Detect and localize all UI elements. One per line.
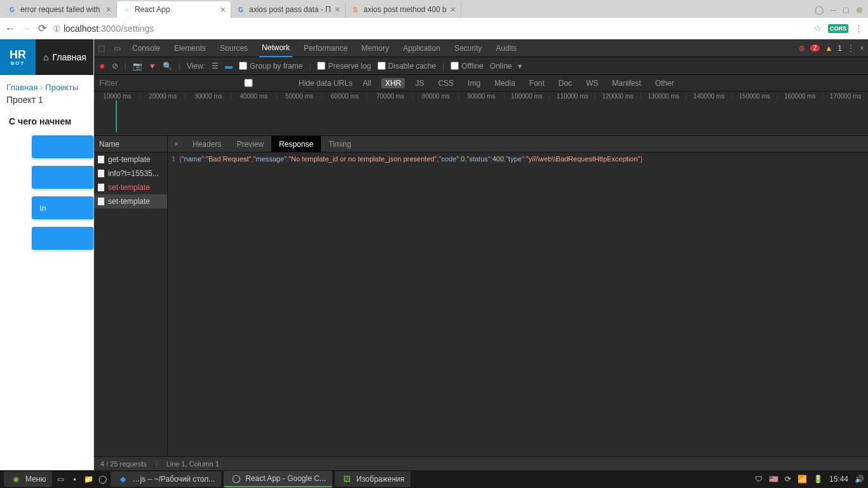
close-icon[interactable]: × [106, 4, 111, 15]
filter-font[interactable]: Font [526, 78, 548, 88]
detail-tab-headers[interactable]: Headers [185, 136, 229, 152]
devtools-tab-console[interactable]: Console [130, 40, 163, 57]
filter-ws[interactable]: WS [582, 78, 602, 88]
back-button[interactable]: ← [5, 23, 15, 34]
tray-flag-icon[interactable]: 🇺🇸 [769, 475, 778, 484]
devtools-tab-elements[interactable]: Elements [172, 40, 208, 57]
start-menu-button[interactable]: ◉ Меню [4, 471, 52, 487]
search-icon[interactable]: 🔍 [163, 62, 172, 71]
window-maximize-icon[interactable]: ◻ [843, 5, 850, 15]
filter-doc[interactable]: Doc [555, 78, 576, 88]
browser-tab[interactable]: G error request failed with × [3, 1, 117, 18]
record-button[interactable]: ● [99, 60, 105, 72]
filter-other[interactable]: Other [651, 78, 678, 88]
user-icon[interactable]: ◯ [815, 5, 824, 15]
tray-clock[interactable]: 15:44 [829, 475, 848, 484]
camera-icon[interactable]: 📷 [133, 62, 142, 71]
filter-manifest[interactable]: Manifest [609, 78, 645, 88]
filter-input[interactable] [99, 78, 194, 88]
network-timeline[interactable]: 10000 ms 20000 ms 30000 ms 40000 ms 5000… [94, 92, 868, 136]
group-by-frame-checkbox[interactable]: Group by frame [239, 62, 302, 71]
filter-icon[interactable]: ▼ [149, 62, 156, 71]
devtools-tab-audits[interactable]: Audits [493, 40, 519, 57]
chevron-down-icon: ▾ [518, 62, 522, 71]
filter-js[interactable]: JS [411, 78, 428, 88]
devtools-tab-security[interactable]: Security [452, 40, 484, 57]
offline-checkbox[interactable]: Offline [451, 62, 483, 71]
clear-button[interactable]: ⊘ [112, 62, 118, 71]
tray-wifi-icon[interactable]: 📶 [797, 475, 807, 484]
star-icon[interactable]: ☆ [814, 24, 822, 33]
taskbar-window[interactable]: ◯ React App - Google C... [224, 471, 332, 487]
close-icon[interactable]: × [335, 4, 340, 15]
devtools-tab-performance[interactable]: Performance [301, 40, 350, 57]
close-icon[interactable]: × [451, 4, 456, 15]
app-sidebar: HR BOT ⌂ Главная Главная › Проекты Проек… [0, 39, 94, 470]
filter-xhr[interactable]: XHR [381, 78, 405, 88]
tray-shield-icon[interactable]: 🛡 [755, 475, 763, 484]
hide-data-urls-checkbox[interactable]: Hide data URLs [201, 79, 353, 88]
detail-tab-preview[interactable]: Preview [229, 136, 271, 152]
detail-tab-timing[interactable]: Timing [321, 136, 359, 152]
request-row[interactable]: set-template [94, 194, 167, 208]
detail-tab-response[interactable]: Response [271, 136, 321, 152]
show-desktop-icon[interactable]: ▭ [55, 473, 66, 485]
devtools-close-icon[interactable]: × [860, 44, 864, 53]
request-list-header[interactable]: Name [94, 136, 167, 152]
request-row[interactable]: info?t=15535... [94, 166, 167, 180]
tray-volume-icon[interactable]: 🔊 [855, 475, 864, 484]
devtools-menu-icon[interactable]: ⋮ [847, 44, 855, 53]
browser-tab[interactable]: S axios post method 400 b × [346, 1, 461, 18]
breadcrumb-link[interactable]: Проекты [45, 83, 78, 92]
tray-battery-icon[interactable]: 🔋 [813, 475, 823, 484]
request-row[interactable]: set-template [94, 180, 167, 194]
inspect-element-icon[interactable]: ⬚ [98, 44, 105, 53]
filter-img[interactable]: Img [464, 78, 484, 88]
taskbar-window[interactable]: 🖼 Изображения [335, 471, 410, 487]
warning-icon[interactable]: ▲ [825, 44, 832, 53]
sidebar-button[interactable]: In [32, 196, 93, 219]
filter-all[interactable]: All [359, 78, 375, 88]
devtools-tab-network[interactable]: Network [259, 39, 292, 57]
devtools-tab-application[interactable]: Application [400, 40, 443, 57]
tray-updates-icon[interactable]: ⟳ [785, 475, 791, 484]
devtools-tab-memory[interactable]: Memory [359, 40, 391, 57]
throttling-select[interactable]: Online [490, 62, 512, 71]
close-icon[interactable]: × [220, 4, 226, 15]
sidebar-button[interactable] [32, 166, 93, 189]
close-detail-icon[interactable]: × [168, 140, 185, 149]
device-toggle-icon[interactable]: ▭ [114, 44, 121, 53]
url-field[interactable]: ① localhost:3000/settings [53, 24, 808, 34]
large-rows-icon[interactable]: ☰ [212, 62, 219, 71]
sidebar-button[interactable] [32, 227, 93, 250]
preserve-log-checkbox[interactable]: Preserve log [317, 62, 370, 71]
sidebar-button[interactable] [32, 135, 93, 158]
nav-home[interactable]: ⌂ Главная [36, 52, 86, 62]
response-body[interactable]: 1 {"name":"Bad Request","message":"No te… [168, 152, 868, 456]
devtools-tab-sources[interactable]: Sources [217, 40, 250, 57]
disable-cache-checkbox[interactable]: Disable cache [377, 62, 436, 71]
view-label: View: [187, 62, 205, 71]
request-row[interactable]: get-template [94, 152, 167, 166]
browser-menu-icon[interactable]: ⋮ [855, 24, 863, 33]
browser-tab[interactable]: ⚛ React App × [117, 1, 231, 18]
breadcrumb-link[interactable]: Главная [6, 83, 37, 92]
error-count-icon[interactable]: ⊗ [799, 44, 805, 53]
image-viewer-icon: 🖼 [341, 473, 353, 485]
browser-tab[interactable]: G axios post pass data - П × [231, 1, 346, 18]
chrome-icon[interactable]: ◯ [97, 473, 108, 485]
taskbar-window[interactable]: ◆ …js – ~/Рабочий стол... [111, 471, 221, 487]
filter-css[interactable]: CSS [434, 78, 458, 88]
forward-button[interactable]: → [22, 23, 32, 34]
filter-media[interactable]: Media [491, 78, 519, 88]
timeline-cursor[interactable] [116, 100, 117, 132]
reload-button[interactable]: ⟳ [38, 22, 46, 34]
timeline-tick: 160000 ms [777, 93, 823, 100]
cors-extension-icon[interactable]: CORS [828, 24, 848, 33]
window-close-icon[interactable]: ⊗ [856, 5, 863, 15]
terminal-icon[interactable]: ▪ [69, 473, 80, 485]
overview-icon[interactable]: ▬ [225, 62, 233, 71]
files-icon[interactable]: 📁 [83, 473, 94, 485]
window-minimize-icon[interactable]: ─ [831, 5, 836, 15]
app-logo[interactable]: HR BOT [0, 39, 36, 75]
